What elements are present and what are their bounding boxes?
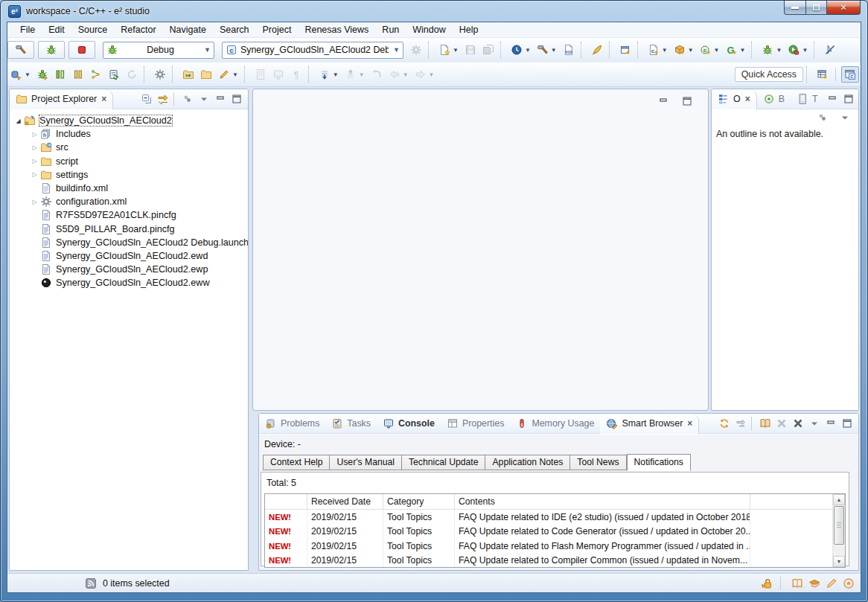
clear-x-grey-icon[interactable]	[773, 416, 790, 431]
profile-button-button[interactable]: ▼	[508, 42, 534, 58]
tree-item-label[interactable]: Synergy_GCloudSln_AECloud2.ewp	[56, 264, 208, 275]
menu-run[interactable]: Run	[375, 23, 406, 36]
menu-edit[interactable]: Edit	[42, 23, 71, 36]
scroll-thumb[interactable]	[834, 506, 844, 545]
minimize-icon[interactable]	[823, 416, 839, 431]
dropdown-arrow-icon[interactable]: ▼	[551, 47, 557, 54]
menu-renesas-views[interactable]: Renesas Views	[298, 23, 375, 36]
tree-item-s5d9-pillar-board-pincfg[interactable]: S5D9_PILLAR_Board.pincfg	[10, 222, 248, 236]
tree-item-label[interactable]: src	[56, 142, 68, 153]
tree-item-label[interactable]: Synergy_GCloudSln_AECloud2 Debug.launch	[56, 237, 249, 248]
maximize-icon[interactable]	[678, 93, 696, 109]
debug-launch-button-button[interactable]: ▼	[759, 42, 785, 58]
dropdown-arrow-icon[interactable]: ▼	[25, 71, 31, 78]
close-icon[interactable]: ×	[101, 94, 106, 104]
restore-button[interactable]	[806, 1, 827, 15]
tab-smart-browser[interactable]: Smart Browser×	[600, 414, 699, 434]
book-icon[interactable]	[757, 416, 773, 431]
tree-item-script[interactable]: ▷script	[10, 155, 248, 168]
menu-refactor[interactable]: Refactor	[114, 23, 162, 36]
feedback-lock-icon[interactable]	[761, 577, 773, 589]
tab-tasks[interactable]: Tasks	[325, 414, 377, 434]
dropdown-arrow-icon[interactable]: ▼	[802, 47, 808, 54]
tree-item-includes[interactable]: ▷hIncludes	[10, 127, 248, 141]
scroll-up-icon[interactable]: ▲	[833, 494, 845, 505]
open-projects-button-button[interactable]	[179, 66, 197, 83]
new-button-button[interactable]: ▼	[435, 42, 462, 58]
launch-config-combo[interactable]: cSynergy_GCloudSln_AECloud2 Deb▼	[222, 42, 403, 59]
table-row[interactable]: NEW!2019/02/15Tool TopicsFAQ Update rela…	[265, 554, 845, 569]
expand-arrow-icon[interactable]: ▷	[31, 199, 39, 205]
profile-debug-button-button[interactable]	[33, 66, 51, 83]
close-icon[interactable]: ×	[687, 418, 692, 429]
subtab-technical-update[interactable]: Technical Update	[402, 455, 486, 470]
scroll-down-icon[interactable]: ▼	[833, 556, 845, 567]
new-package-button-button[interactable]: ▼	[671, 42, 697, 58]
collapse-arrow-icon[interactable]: ◢	[14, 118, 22, 124]
profiling-button-button[interactable]: ▼	[7, 66, 33, 83]
debug-button[interactable]	[38, 41, 65, 59]
expand-arrow-icon[interactable]: ▷	[31, 131, 39, 138]
menu-source[interactable]: Source	[71, 23, 115, 36]
tree-item-synergy-gcloudsln-aecloud2-eww[interactable]: Synergy_GCloudSln_AECloud2.eww	[10, 276, 248, 289]
terminate-button[interactable]	[68, 41, 95, 59]
next-annotation-button-button[interactable]: ▼	[316, 66, 342, 83]
binary-utility-button-button[interactable]: 010	[560, 42, 578, 58]
subtab-context-help[interactable]: Context Help	[263, 455, 330, 470]
dropdown-arrow-icon[interactable]: ▼	[714, 47, 720, 54]
maximize-icon[interactable]	[839, 416, 855, 431]
editor-area[interactable]	[252, 89, 709, 411]
menu-window[interactable]: Window	[406, 23, 452, 36]
dropdown-arrow-icon[interactable]: ▼	[776, 47, 782, 54]
quick-access-box[interactable]: Quick Access	[735, 67, 803, 82]
dropdown-arrow-icon[interactable]: ▼	[453, 47, 459, 54]
column-header-category[interactable]: Category	[383, 494, 455, 509]
tree-item-label[interactable]: Includes	[56, 129, 91, 139]
tree-item-label[interactable]: settings	[56, 170, 88, 180]
tree-item-label[interactable]: script	[56, 156, 78, 167]
tree-item-synergy-gcloudsln-aecloud2[interactable]: ◢!Synergy_GCloudSln_AECloud2	[10, 114, 248, 127]
expand-arrow-icon[interactable]: ▷	[31, 144, 39, 151]
minimize-icon[interactable]	[824, 92, 840, 106]
compose-pen-icon[interactable]	[826, 577, 837, 589]
expand-arrow-icon[interactable]: ▷	[31, 158, 39, 164]
manual-book-icon[interactable]	[791, 577, 803, 589]
subtab-user-s-manual[interactable]: User's Manual	[330, 455, 402, 470]
view-menu-dots-icon[interactable]	[179, 92, 196, 106]
close-button[interactable]: ✕	[827, 1, 861, 15]
dropdown-arrow-icon[interactable]: ▼	[740, 47, 746, 54]
tab-outline-t[interactable]: T	[791, 89, 824, 109]
tab-problems[interactable]: !Problems	[259, 414, 325, 434]
visual-expression-button-button[interactable]	[87, 66, 105, 83]
title-bar[interactable]: e² workspace - C/C++ - e² studio ✕	[1, 1, 867, 22]
refresh-views-button-button[interactable]	[105, 66, 123, 83]
chevron-down-icon[interactable]	[806, 416, 823, 431]
learn-cap-icon[interactable]	[808, 577, 820, 589]
dropdown-arrow-icon[interactable]: ▼	[688, 47, 694, 54]
menu-project[interactable]: Project	[256, 23, 299, 36]
table-row[interactable]: NEW!2019/02/15Tool TopicsFAQ Update rela…	[265, 525, 845, 539]
tab-properties[interactable]: Properties	[441, 414, 510, 434]
tree-item-label[interactable]: Synergy_GCloudSln_AECloud2.ewd	[56, 251, 208, 261]
skip-breakpoints-button-button[interactable]	[821, 42, 839, 58]
build-button[interactable]	[7, 41, 34, 59]
tree-item-synergy-gcloudsln-aecloud2-ewd[interactable]: Synergy_GCloudSln_AECloud2.ewd	[10, 249, 248, 263]
new-c-project-button-button[interactable]: c▼	[645, 42, 671, 58]
close-icon[interactable]: ×	[745, 94, 750, 104]
minimize-icon[interactable]	[654, 93, 672, 109]
open-window-button-button[interactable]	[616, 42, 634, 58]
dropdown-arrow-icon[interactable]: ▼	[403, 71, 409, 78]
tree-item-r7fs5d97e2a01clk-pincfg[interactable]: R7FS5D97E2A01CLK.pincfg	[10, 208, 248, 222]
link-editor-icon[interactable]	[155, 92, 171, 106]
tab-outline-b[interactable]: B	[757, 89, 791, 109]
dropdown-arrow-icon[interactable]: ▼	[525, 47, 531, 54]
refresh-orange-icon[interactable]	[716, 416, 733, 431]
menu-help[interactable]: Help	[453, 23, 485, 36]
cpp-perspective-button[interactable]: C	[841, 66, 859, 83]
mark-occurrences-button-button[interactable]: ▼	[215, 66, 241, 83]
tab-console[interactable]: Console	[377, 414, 441, 434]
configuration-button-button[interactable]	[151, 66, 169, 83]
rss-icon[interactable]	[85, 577, 97, 589]
debug-config-combo[interactable]: Debug▼	[103, 42, 214, 59]
maximize-icon[interactable]	[229, 92, 245, 106]
